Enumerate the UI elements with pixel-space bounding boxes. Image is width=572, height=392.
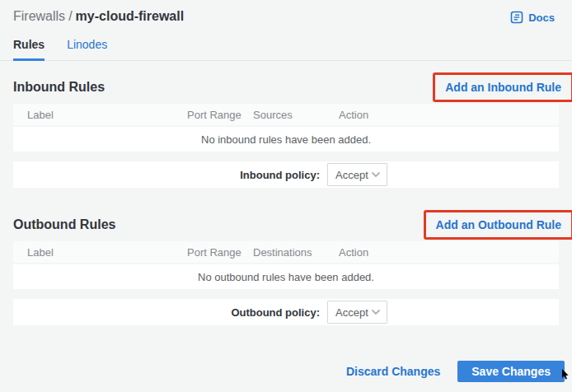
inbound-table-header: Label Port Range Sources Action bbox=[13, 104, 559, 125]
column-header-label: Label bbox=[13, 109, 187, 121]
top-bar: Firewalls/my-cloud-firewall Docs bbox=[0, 0, 572, 24]
outbound-section-header: Outbound Rules Add an Outbound Rule bbox=[0, 210, 572, 240]
outbound-policy-label: Outbound policy: bbox=[231, 306, 320, 319]
annotation-highlight-outbound: Add an Outbound Rule bbox=[424, 210, 572, 240]
breadcrumb-firewalls-link[interactable]: Firewalls bbox=[13, 9, 65, 23]
inbound-policy-value: Accept bbox=[335, 169, 368, 181]
inbound-section-header: Inbound Rules Add an Inbound Rule bbox=[0, 72, 572, 102]
inbound-rules-heading: Inbound Rules bbox=[13, 80, 105, 95]
outbound-policy-row: Outbound policy: Accept bbox=[13, 299, 559, 325]
inbound-policy-row: Inbound policy: Accept bbox=[13, 161, 559, 188]
docs-link[interactable]: Docs bbox=[510, 11, 555, 24]
breadcrumb-separator: / bbox=[68, 9, 72, 23]
inbound-empty-message: No inbound rules have been added. bbox=[201, 133, 371, 146]
add-inbound-rule-button[interactable]: Add an Inbound Rule bbox=[445, 81, 561, 94]
column-header-port-range: Port Range bbox=[187, 109, 253, 121]
inbound-rules-table: Label Port Range Sources Action No inbou… bbox=[13, 104, 559, 188]
column-header-label: Label bbox=[13, 246, 187, 259]
outbound-policy-select[interactable]: Accept bbox=[327, 301, 387, 324]
inbound-empty-row: No inbound rules have been added. bbox=[13, 127, 559, 152]
document-icon bbox=[510, 11, 523, 24]
footer-actions: Discard Changes Save Changes bbox=[0, 361, 572, 382]
tab-bar: Rules Linodes bbox=[0, 38, 572, 61]
outbound-empty-row: No outbound rules have been added. bbox=[13, 264, 559, 289]
column-header-port-range: Port Range bbox=[187, 246, 253, 259]
tab-linodes[interactable]: Linodes bbox=[67, 38, 107, 61]
outbound-rules-heading: Outbound Rules bbox=[13, 217, 115, 232]
inbound-policy-label: Inbound policy: bbox=[240, 169, 320, 181]
page-title: my-cloud-firewall bbox=[76, 9, 185, 23]
column-header-destinations: Destinations bbox=[253, 246, 339, 259]
outbound-rules-table: Label Port Range Destinations Action No … bbox=[13, 241, 559, 325]
discard-changes-button[interactable]: Discard Changes bbox=[346, 365, 440, 378]
outbound-policy-value: Accept bbox=[335, 306, 368, 319]
outbound-empty-message: No outbound rules have been added. bbox=[198, 271, 374, 283]
add-outbound-rule-button[interactable]: Add an Outbound Rule bbox=[436, 218, 561, 231]
docs-link-label: Docs bbox=[528, 12, 555, 24]
column-header-action: Action bbox=[339, 246, 559, 259]
chevron-down-icon bbox=[371, 309, 381, 315]
column-header-action: Action bbox=[339, 109, 559, 121]
chevron-down-icon bbox=[371, 171, 381, 178]
tab-rules[interactable]: Rules bbox=[13, 38, 45, 61]
annotation-highlight-inbound: Add an Inbound Rule bbox=[433, 72, 572, 102]
save-changes-button[interactable]: Save Changes bbox=[457, 361, 565, 382]
mouse-cursor-icon bbox=[561, 369, 569, 384]
breadcrumb: Firewalls/my-cloud-firewall bbox=[13, 9, 184, 24]
inbound-policy-select[interactable]: Accept bbox=[327, 163, 387, 186]
column-header-sources: Sources bbox=[253, 109, 339, 121]
outbound-table-header: Label Port Range Destinations Action bbox=[13, 241, 559, 263]
